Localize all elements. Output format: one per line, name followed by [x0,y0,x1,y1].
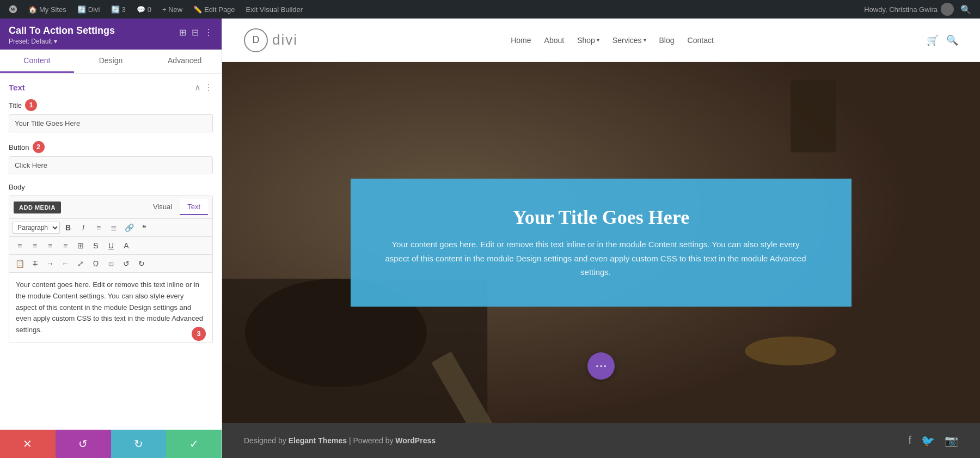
unordered-list-button[interactable]: ≡ [91,221,106,234]
services-chevron-icon: ▾ [644,37,646,43]
text-color-button[interactable]: A [119,239,133,252]
title-input[interactable] [9,114,213,132]
redo-editor-button[interactable]: ↻ [134,257,149,270]
logo-text: divi [272,32,298,48]
clear-format-button[interactable]: T̶ [28,257,42,270]
align-left-button[interactable]: ≡ [13,239,27,252]
comments-item[interactable]: 💬 0 [132,0,156,19]
tab-advanced[interactable]: Advanced [148,50,222,73]
nav-about[interactable]: About [544,36,565,45]
ordered-list-button[interactable]: ≣ [107,221,121,234]
section-controls: ∧ ⋮ [194,82,213,93]
save-button[interactable]: ✓ [166,430,222,458]
editor-toolbar: ADD MEDIA Visual Text Paragraph Heading … [9,196,213,343]
settings-panel: Call To Action Settings Preset: Default … [0,19,222,458]
exit-builder-button[interactable]: Exit Visual Builder [242,0,308,19]
wp-admin-bar: W 🏠 My Sites 🔄 Divi 🔄 3 💬 0 + New ✏️ Edi… [0,0,980,19]
bold-button[interactable]: B [61,221,75,234]
nav-blog[interactable]: Blog [659,36,675,45]
wordpress-link[interactable]: WordPress [395,436,436,445]
panel-body: Text ∧ ⋮ Title 1 Button 2 [0,74,222,430]
tab-design[interactable]: Design [74,50,148,73]
hero-mid: Your Title Goes Here Your content goes h… [222,157,980,328]
user-howdy: Howdy, Christina Gwira [864,3,954,16]
emoji-button[interactable]: ☺ [104,257,118,270]
blockquote-button[interactable]: ❝ [137,221,151,234]
button-field-group: Button 2 [9,141,213,174]
add-media-button[interactable]: ADD MEDIA [14,201,61,213]
cta-title: Your Title Goes Here [383,206,819,229]
undo-button[interactable]: ↺ [56,430,111,458]
italic-button[interactable]: I [76,221,90,234]
body-field-group: Body ADD MEDIA Visual Text [9,183,213,343]
nav-services[interactable]: Services ▾ [612,36,646,45]
panel-responsive-icon[interactable]: ⊞ [179,27,186,38]
panel-header-icons: ⊞ ⊟ ⋮ [179,27,213,38]
body-badge: 3 [192,327,206,341]
section-collapse-icon[interactable]: ∧ [194,82,201,93]
divi-menu[interactable]: 🔄 Divi [73,0,105,19]
indent-button[interactable]: → [43,257,57,270]
nav-contact[interactable]: Contact [688,36,714,45]
visual-tab[interactable]: Visual [145,199,180,215]
fullscreen-button[interactable]: ⤢ [74,257,88,270]
shop-chevron-icon: ▾ [597,37,599,43]
align-center-button[interactable]: ≡ [28,239,42,252]
instagram-icon[interactable]: 📷 [945,434,958,447]
cancel-button[interactable]: ✕ [0,430,56,458]
page-preview: D divi Home About Shop ▾ Services ▾ Blog… [222,19,980,458]
nav-menu: Home About Shop ▾ Services ▾ Blog Contac… [511,36,714,45]
button-input[interactable] [9,156,213,174]
new-button[interactable]: + New [158,0,187,19]
justify-button[interactable]: ≡ [58,239,72,252]
panel-more-icon[interactable]: ⋮ [204,27,213,38]
paste-text-button[interactable]: 📋 [13,257,27,270]
outdent-button[interactable]: ← [58,257,72,270]
title-field-group: Title 1 [9,99,213,132]
text-section-title: Text [9,83,25,92]
editor-top-bar: ADD MEDIA Visual Text [9,196,212,219]
section-options-icon[interactable]: ⋮ [204,82,213,93]
underline-button[interactable]: U [104,239,118,252]
text-section-header: Text ∧ ⋮ [9,82,213,93]
panel-preset[interactable]: Preset: Default ▾ [9,38,115,45]
facebook-icon[interactable]: f [908,434,911,447]
my-sites-menu[interactable]: 🏠 My Sites [24,0,71,19]
link-button[interactable]: 🔗 [122,221,136,234]
body-label: Body [9,183,213,191]
builder-float-button[interactable]: ⋯ [587,352,615,380]
nav-search-icon[interactable]: 🔍 [946,34,958,46]
edit-page-button[interactable]: ✏️ Edit Page [189,0,239,19]
title-label: Title 1 [9,99,213,111]
footer-social-icons: f 🐦 📷 [908,434,958,447]
strikethrough-button[interactable]: S [89,239,103,252]
button-label: Button 2 [9,141,213,153]
paragraph-select[interactable]: Paragraph Heading 1 Heading 2 [13,222,60,234]
format-bar-1: Paragraph Heading 1 Heading 2 B I ≡ ≣ 🔗 … [9,219,212,237]
button-badge: 2 [33,141,45,153]
twitter-icon[interactable]: 🐦 [921,434,935,447]
special-char-button[interactable]: Ω [89,257,103,270]
wp-logo[interactable]: W [4,0,22,19]
nav-shop[interactable]: Shop ▾ [577,36,599,45]
align-right-button[interactable]: ≡ [43,239,57,252]
table-button[interactable]: ⊞ [74,239,88,252]
panel-actions: ✕ ↺ ↻ ✓ [0,430,222,458]
cart-icon[interactable]: 🛒 [927,34,939,46]
svg-text:W: W [11,7,16,12]
tab-content[interactable]: Content [0,50,74,73]
panel-columns-icon[interactable]: ⊟ [192,27,199,38]
redo-button[interactable]: ↻ [111,430,167,458]
nav-home[interactable]: Home [511,36,531,45]
undo-editor-button[interactable]: ↺ [119,257,133,270]
editor-content[interactable]: Your content goes here. Edit or remove t… [9,273,212,343]
counter-item[interactable]: 🔄 3 [107,0,130,19]
text-tab[interactable]: Text [180,199,208,215]
footer-credit: Designed by Elegant Themes | Powered by … [244,436,436,445]
site-logo: D divi [244,28,298,52]
admin-search-icon[interactable]: 🔍 [956,4,976,15]
cta-box: Your Title Goes Here Your content goes h… [351,179,852,307]
cta-body: Your content goes here. Edit or remove t… [383,237,808,279]
format-bar-2: ≡ ≡ ≡ ≡ ⊞ S U A [9,237,212,255]
elegant-themes-link[interactable]: Elegant Themes [289,436,347,445]
